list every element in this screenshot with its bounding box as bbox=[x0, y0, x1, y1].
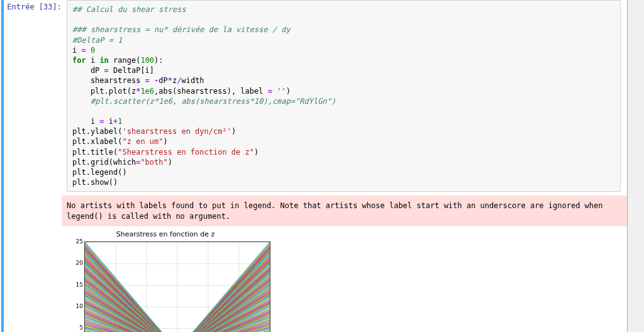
y-tick: 15 bbox=[72, 282, 83, 288]
warning-output: No artists with labels found to put in l… bbox=[62, 196, 627, 226]
matplotlib-figure: Shearstress en fonction de z shearstress… bbox=[62, 230, 282, 332]
code-cell: Entrée [33]: ## Calcul du shear stress #… bbox=[6, 0, 621, 192]
code-line: plt.show() bbox=[72, 178, 118, 187]
code-line: plt.title("Shearstress en fonction de z"… bbox=[72, 148, 258, 157]
input-prompt: Entrée [33]: bbox=[6, 0, 67, 192]
chart-axes bbox=[84, 241, 270, 332]
y-tick: 5 bbox=[72, 324, 83, 331]
code-line: i = i+1 bbox=[72, 117, 123, 126]
code-line: i = 0 bbox=[72, 46, 95, 55]
code-line: #DeltaP = 1 bbox=[72, 36, 122, 45]
page: Entrée [33]: ## Calcul du shear stress #… bbox=[0, 0, 644, 332]
notebook-frame: Entrée [33]: ## Calcul du shear stress #… bbox=[0, 0, 628, 332]
code-line: shearstress = -dP*z/width bbox=[72, 76, 204, 85]
code-line: plt.legend() bbox=[72, 168, 127, 177]
code-line: dP = DeltaP[i] bbox=[72, 66, 154, 75]
code-line: plt.plot(z*1e6,abs(shearstress), label =… bbox=[72, 87, 291, 96]
code-line: plt.grid(which="both") bbox=[72, 158, 172, 167]
plot-output: Shearstress en fonction de z shearstress… bbox=[62, 230, 627, 332]
cell-select-bar bbox=[1, 0, 4, 332]
code-line: ### shearstress = nu* dérivée de la vite… bbox=[72, 25, 291, 34]
chart-lines bbox=[85, 242, 270, 332]
y-tick: 20 bbox=[72, 260, 83, 266]
code-line: plt.ylabel('shearstress en dyn/cm²') bbox=[72, 127, 236, 136]
code-line bbox=[72, 107, 95, 116]
y-tick: 25 bbox=[72, 238, 83, 245]
code-line: ## Calcul du shear stress bbox=[72, 5, 186, 14]
chart-title: Shearstress en fonction de z bbox=[62, 230, 269, 238]
code-editor[interactable]: ## Calcul du shear stress ### shearstres… bbox=[67, 0, 621, 192]
code-line: for i in range(100): bbox=[72, 56, 164, 65]
code-line: plt.xlabel("z en um") bbox=[72, 137, 168, 146]
code-line: #plt.scatter(z*1e6, abs(shearstress*10),… bbox=[72, 97, 336, 106]
y-tick: 10 bbox=[72, 303, 83, 309]
